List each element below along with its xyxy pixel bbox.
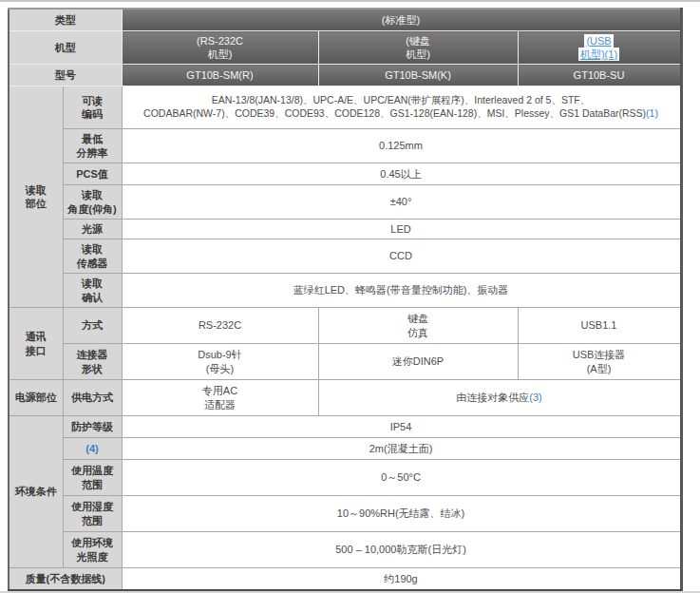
supply-label: 供电方式 — [71, 392, 113, 403]
pcs-value-cell: 0.45以上 — [122, 163, 681, 185]
confirmation-label-line1: 读取 — [82, 277, 103, 289]
row-readable-codes: 读取 部位 可读 编码 EAN-13/8(JAN-13/8)、UPC-A/E、U… — [9, 86, 681, 129]
weight-value-cell: 约190g — [122, 568, 681, 592]
humidity-label-cell: 使用湿度 范围 — [63, 496, 122, 532]
angle-value: ±40° — [390, 196, 412, 207]
method-rs232c-cell: RS-232C — [122, 308, 318, 344]
row-protection: 环境条件 防护等级 IP54 — [9, 416, 681, 438]
method-label-cell: 方式 — [63, 308, 122, 344]
codes-value-cell: EAN-13/8(JAN-13/8)、UPC-A/E、UPC/EAN(带扩展程序… — [122, 86, 681, 129]
pcs-label-cell: PCS值 — [63, 163, 122, 185]
comm-group-cell: 通讯 接口 — [9, 308, 63, 380]
sensor-value: CCD — [389, 250, 412, 261]
angle-label-line1: 读取 — [82, 189, 103, 201]
sensor-label-cell: 读取 传感器 — [63, 239, 122, 274]
supply-footnote-link[interactable]: (3) — [529, 392, 541, 403]
temperature-value: 0～50°C — [381, 471, 421, 483]
row-sensor: 读取 传感器 CCD — [9, 239, 681, 274]
type-label-cell: 类型 — [9, 9, 122, 31]
angle-label-cell: 读取 角度(仰角) — [63, 185, 122, 220]
resolution-value-cell: 0.125mm — [122, 129, 681, 163]
light-source-value-cell: LED — [122, 220, 681, 239]
model-usb-link-line1[interactable]: (USB — [584, 34, 613, 48]
resolution-label-line1: 最低 — [82, 133, 103, 144]
row-type: 类型 (标准型) — [9, 9, 681, 31]
model-rs232c-line2: 机型) — [208, 48, 233, 60]
sensor-label-line1: 读取 — [82, 243, 103, 255]
model-keyboard-line2: 机型) — [406, 48, 430, 60]
row-part-no: 型号 GT10B-SM(R) GT10B-SM(K) GT10B-SU — [9, 65, 681, 86]
temperature-value-cell: 0～50°C — [122, 460, 681, 496]
model-usb-link-line2[interactable]: 机型)(1) — [578, 48, 619, 61]
part-no-keyboard: GT10B-SM(K) — [385, 69, 451, 81]
method-label: 方式 — [82, 319, 103, 331]
part-no-usb-cell: GT10B-SU — [518, 65, 681, 86]
spec-page: 类型 (标准型) 机型 (RS-232C 机型) (键盘 机型) (USB 机型… — [0, 0, 700, 593]
drop-value: 2m(混凝土面) — [369, 443, 433, 454]
part-no-label: 型号 — [55, 69, 76, 81]
confirmation-value-cell: 蓝绿红LED、蜂鸣器(带音量控制功能)、振动器 — [122, 274, 681, 308]
product-spec-table: 类型 (标准型) 机型 (RS-232C 机型) (键盘 机型) (USB 机型… — [8, 8, 683, 593]
drop-value-cell: 2m(混凝土面) — [122, 438, 681, 460]
connector-rs232c-line1: Dsub-9针 — [198, 349, 241, 360]
row-pcs: PCS值 0.45以上 — [9, 163, 681, 185]
humidity-label-line2: 范围 — [82, 515, 103, 526]
method-usb-cell: USB1.1 — [518, 308, 681, 344]
row-connector: 连接器 形状 Dsub-9针 (母头) 迷你DIN6P USB连接器 (A型) — [9, 344, 681, 380]
angle-value-cell: ±40° — [122, 185, 681, 220]
supply-label-cell: 供电方式 — [63, 380, 122, 416]
connector-usb-line1: USB连接器 — [573, 349, 626, 360]
protection-label: 防护等级 — [71, 421, 113, 432]
top-divider — [0, 0, 700, 2]
power-group-cell: 电源部位 — [9, 380, 63, 416]
method-keyboard-line1: 键盘 — [407, 313, 428, 324]
codes-label-cell: 可读 编码 — [63, 86, 122, 129]
protection-value: IP54 — [390, 421, 412, 432]
supply-others: 由连接对象供应 — [456, 392, 529, 403]
protection-label-cell: 防护等级 — [63, 416, 122, 438]
weight-value: 约190g — [384, 573, 417, 584]
supply-rs232c-cell: 专用AC 适配器 — [122, 380, 318, 416]
connector-keyboard-cell: 迷你DIN6P — [318, 344, 518, 380]
codes-value-line2: CODABAR(NW-7)、CODE39、CODE93、CODE128、GS1-… — [143, 107, 646, 119]
confirmation-value: 蓝绿红LED、蜂鸣器(带音量控制功能)、振动器 — [293, 284, 509, 296]
part-no-rs232c-cell: GT10B-SM(R) — [122, 65, 318, 86]
illuminance-label-line1: 使用环境 — [71, 537, 113, 548]
codes-label-line1: 可读 — [82, 95, 103, 106]
connector-label-cell: 连接器 形状 — [63, 344, 122, 380]
humidity-value: 10～90%RH(无结露、结冰) — [337, 507, 464, 519]
connector-keyboard: 迷你DIN6P — [392, 355, 444, 367]
part-no-label-cell: 型号 — [9, 65, 122, 86]
row-confirmation: 读取 确认 蓝绿红LED、蜂鸣器(带音量控制功能)、振动器 — [9, 274, 681, 308]
row-comm-method: 通讯 接口 方式 RS-232C 键盘 仿真 USB1.1 — [9, 308, 681, 344]
connector-usb-cell: USB连接器 (A型) — [518, 344, 681, 380]
model-label: 机型 — [55, 42, 76, 53]
type-label: 类型 — [55, 14, 76, 26]
row-light-source: 光源 LED — [9, 220, 681, 239]
part-no-usb: GT10B-SU — [574, 69, 625, 81]
confirmation-label-cell: 读取 确认 — [63, 274, 122, 308]
method-rs232c: RS-232C — [199, 319, 241, 331]
weight-label-cell: 质量(不含数据线) — [9, 568, 122, 592]
supply-others-cell: 由连接对象供应(3) — [318, 380, 681, 416]
humidity-value-cell: 10～90%RH(无结露、结冰) — [122, 496, 681, 532]
row-illuminance: 使用环境 光照度 500 – 10,000勒克斯(日光灯) — [9, 532, 681, 568]
reading-group-cell: 读取 部位 — [9, 86, 63, 308]
model-rs232c-line1: (RS-232C — [197, 35, 243, 47]
pcs-value: 0.45以上 — [380, 168, 421, 180]
drop-label-cell: (4) — [63, 438, 122, 460]
illuminance-label-cell: 使用环境 光照度 — [63, 532, 122, 568]
row-model: 机型 (RS-232C 机型) (键盘 机型) (USB 机型)(1) — [9, 31, 681, 65]
row-humidity: 使用湿度 范围 10～90%RH(无结露、结冰) — [9, 496, 681, 532]
model-keyboard-cell: (键盘 机型) — [318, 31, 518, 65]
row-resolution: 最低 分辨率 0.125mm — [9, 129, 681, 163]
codes-footnote-link[interactable]: (1) — [646, 107, 658, 119]
row-weight: 质量(不含数据线) 约190g — [9, 568, 681, 592]
part-no-rs232c: GT10B-SM(R) — [186, 69, 253, 81]
drop-footnote-link[interactable]: (4) — [85, 443, 98, 454]
method-usb: USB1.1 — [581, 319, 617, 331]
light-source-value: LED — [390, 223, 410, 235]
row-power-supply: 电源部位 供电方式 专用AC 适配器 由连接对象供应(3) — [9, 380, 681, 416]
model-usb-cell: (USB 机型)(1) — [518, 31, 681, 65]
connector-rs232c-line2: (母头) — [206, 363, 234, 374]
